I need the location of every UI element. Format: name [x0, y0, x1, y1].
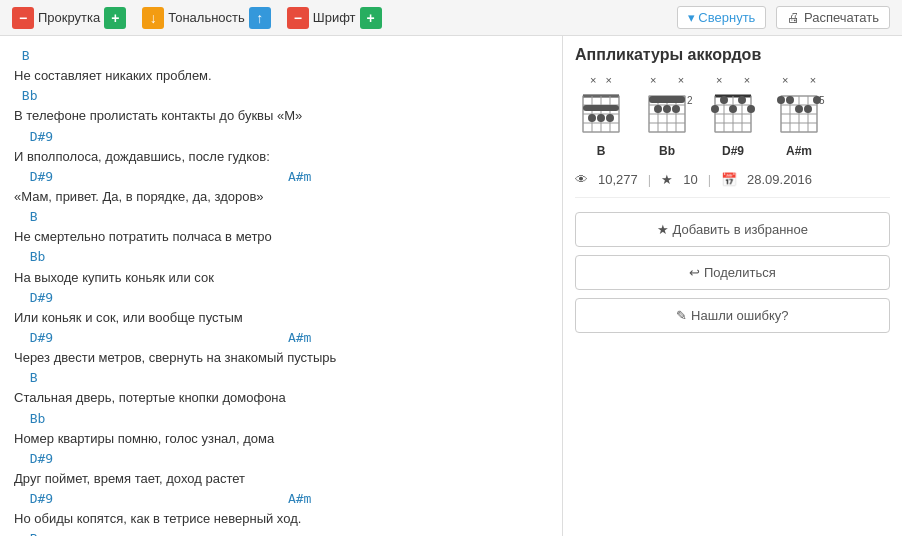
lyric-line: В телефоне пролистать контакты до буквы …	[14, 106, 548, 126]
chord-line: B	[14, 207, 548, 227]
lyric-line: Но обиды копятся, как в тетрисе неверный…	[14, 509, 548, 529]
print-btn[interactable]: 🖨 Распечатать	[776, 6, 890, 29]
svg-point-15	[606, 114, 614, 122]
chord-d9-name: D#9	[722, 144, 744, 158]
svg-point-63	[804, 105, 812, 113]
svg-point-64	[813, 96, 821, 104]
svg-point-31	[672, 105, 680, 113]
svg-point-13	[588, 114, 596, 122]
svg-point-47	[747, 105, 755, 113]
lyric-line: И вполполоса, дождавшись, после гудков:	[14, 147, 548, 167]
chord-line: B	[14, 529, 548, 536]
calendar-icon: 📅	[721, 172, 737, 187]
svg-point-29	[654, 105, 662, 113]
svg-point-62	[795, 105, 803, 113]
svg-rect-28	[649, 96, 685, 103]
scroll-minus-btn[interactable]: −	[12, 7, 34, 29]
lyric-line: «Мам, привет. Да, в порядке, да, здоров»	[14, 187, 548, 207]
chord-line: D#9	[14, 127, 548, 147]
chord-line: D#9 A#m	[14, 489, 548, 509]
svg-point-60	[777, 96, 785, 104]
font-minus-btn[interactable]: −	[287, 7, 309, 29]
views-icon: 👁	[575, 172, 588, 187]
chord-line: Bb	[14, 409, 548, 429]
lyric-line: Не составляет никаких проблем.	[14, 66, 548, 86]
toolbar: − Прокрутка + ↓ Тональность ↑ − Шрифт + …	[0, 0, 902, 36]
main-area: BНе составляет никаких проблем. BbВ теле…	[0, 36, 902, 536]
scroll-group: − Прокрутка +	[12, 7, 126, 29]
tonality-label: Тональность	[168, 10, 245, 25]
favorites-count: 10	[683, 172, 697, 187]
collapse-btn[interactable]: ▾ Свернуть	[677, 6, 767, 29]
chord-am-name: A#m	[786, 144, 812, 158]
font-group: − Шрифт +	[287, 7, 382, 29]
font-label: Шрифт	[313, 10, 356, 25]
lyric-line: Стальная дверь, потертые кнопки домофона	[14, 388, 548, 408]
tonality-up-btn[interactable]: ↑	[249, 7, 271, 29]
chord-bb: × × 2	[641, 74, 693, 158]
chord-bb-name: Bb	[659, 144, 675, 158]
lyric-line: Не смертельно потратить полчаса в метро	[14, 227, 548, 247]
error-btn[interactable]: ✎ Нашли ошибку?	[575, 298, 890, 333]
lyric-line: Друг поймет, время тает, доход растет	[14, 469, 548, 489]
chord-line: Bb	[14, 247, 548, 267]
chord-line: D#9	[14, 449, 548, 469]
stats-row: 👁 10,277 | ★ 10 | 📅 28.09.2016	[575, 172, 890, 198]
share-btn[interactable]: ↩ Поделиться	[575, 255, 890, 290]
lyric-line: Через двести метров, свернуть на знакомы…	[14, 348, 548, 368]
lyrics-panel: BНе составляет никаких проблем. BbВ теле…	[0, 36, 562, 536]
chord-line: B	[14, 46, 548, 66]
chord-line: Bb	[14, 86, 548, 106]
chord-panel: Аппликатуры аккордов × ×	[562, 36, 902, 536]
chord-line: B	[14, 368, 548, 388]
font-plus-btn[interactable]: +	[360, 7, 382, 29]
chord-d9: × ×	[707, 74, 759, 158]
chord-line: D#9	[14, 288, 548, 308]
svg-point-46	[738, 96, 746, 104]
tonality-down-btn[interactable]: ↓	[142, 7, 164, 29]
chord-am: × × 5	[773, 74, 825, 158]
views-count: 10,277	[598, 172, 638, 187]
scroll-label: Прокрутка	[38, 10, 100, 25]
lyric-line: На выходе купить коньяк или сок	[14, 268, 548, 288]
svg-point-61	[786, 96, 794, 104]
svg-point-43	[711, 105, 719, 113]
svg-rect-12	[583, 105, 619, 111]
scroll-plus-btn[interactable]: +	[104, 7, 126, 29]
lyric-line: Или коньяк и сок, или вообще пустым	[14, 308, 548, 328]
lyric-line: Номер квартиры помню, голос узнал, дома	[14, 429, 548, 449]
svg-text:2: 2	[687, 95, 693, 106]
chord-panel-title: Аппликатуры аккордов	[575, 46, 890, 64]
chord-line: D#9 A#m	[14, 167, 548, 187]
svg-point-30	[663, 105, 671, 113]
date-value: 28.09.2016	[747, 172, 812, 187]
svg-point-45	[729, 105, 737, 113]
tonality-group: ↓ Тональность ↑	[142, 7, 271, 29]
chord-line: D#9 A#m	[14, 328, 548, 348]
svg-point-44	[720, 96, 728, 104]
chord-b: × ×	[575, 74, 627, 158]
toolbar-right: ▾ Свернуть 🖨 Распечатать	[677, 6, 890, 29]
chord-diagrams: × ×	[575, 74, 890, 158]
chord-b-name: B	[597, 144, 606, 158]
favorites-icon: ★	[661, 172, 673, 187]
favorite-btn[interactable]: ★ Добавить в избранное	[575, 212, 890, 247]
svg-point-14	[597, 114, 605, 122]
